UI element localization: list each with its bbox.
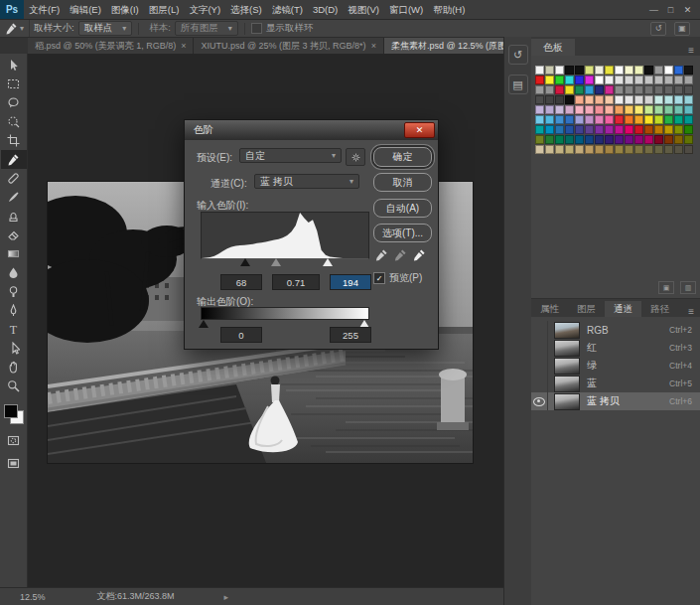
input-gamma-field[interactable]: 0.71 bbox=[272, 274, 320, 290]
swatch[interactable] bbox=[605, 85, 614, 94]
swatch[interactable] bbox=[545, 76, 554, 84]
swatch[interactable] bbox=[634, 85, 643, 94]
swatch[interactable] bbox=[664, 135, 673, 144]
swatch[interactable] bbox=[595, 95, 604, 104]
swatch[interactable] bbox=[575, 105, 584, 114]
swatch[interactable] bbox=[664, 85, 673, 94]
swatch[interactable] bbox=[535, 125, 544, 134]
swatch[interactable] bbox=[605, 135, 614, 144]
menu-item[interactable]: 帮助(H) bbox=[428, 0, 470, 19]
swatch[interactable] bbox=[625, 125, 633, 134]
swatch[interactable] bbox=[545, 95, 554, 104]
menu-item[interactable]: 3D(D) bbox=[308, 0, 343, 19]
swatch[interactable] bbox=[684, 85, 693, 94]
output-black-slider[interactable] bbox=[199, 320, 209, 328]
swatch[interactable] bbox=[555, 66, 564, 75]
swatch[interactable] bbox=[595, 145, 604, 154]
tool-type[interactable]: T bbox=[1, 320, 27, 339]
swatch[interactable] bbox=[575, 125, 584, 134]
tool-healing[interactable] bbox=[1, 169, 27, 188]
swatch[interactable] bbox=[634, 105, 643, 114]
preset-select[interactable]: 自定 ▾ bbox=[239, 148, 342, 163]
tool-lasso[interactable] bbox=[1, 93, 27, 112]
swatch[interactable] bbox=[555, 145, 564, 154]
swatch[interactable] bbox=[664, 105, 673, 114]
tool-hand[interactable] bbox=[1, 358, 27, 377]
menu-item[interactable]: 文字(Y) bbox=[184, 0, 225, 19]
black-point-eyedropper-icon[interactable] bbox=[373, 246, 389, 262]
swatch[interactable] bbox=[535, 115, 544, 124]
menu-item[interactable]: 滤镜(T) bbox=[267, 0, 308, 19]
swatch[interactable] bbox=[575, 95, 584, 104]
swatch[interactable] bbox=[634, 95, 643, 104]
auto-button[interactable]: 自动(A) bbox=[373, 199, 432, 218]
preset-options-button[interactable] bbox=[346, 148, 365, 166]
tool-zoom[interactable] bbox=[1, 377, 27, 395]
cancel-button[interactable]: 取消 bbox=[373, 173, 432, 192]
swatch[interactable] bbox=[605, 76, 614, 84]
swatch[interactable] bbox=[674, 85, 683, 94]
dialog-title-bar[interactable]: 色阶 ✕ bbox=[185, 120, 438, 140]
close-icon[interactable]: ✕ bbox=[404, 122, 435, 138]
swatch[interactable] bbox=[605, 145, 614, 154]
white-point-slider[interactable] bbox=[323, 258, 333, 266]
swatch[interactable] bbox=[684, 115, 693, 124]
swatch[interactable] bbox=[654, 135, 663, 144]
swatch[interactable] bbox=[644, 66, 653, 75]
panel-menu-icon[interactable]: ≡ bbox=[682, 45, 700, 56]
swatch[interactable] bbox=[575, 135, 584, 144]
swatch[interactable] bbox=[674, 66, 683, 75]
tool-eyedropper[interactable] bbox=[1, 150, 27, 169]
channel-row[interactable]: 蓝Ctrl+5 bbox=[531, 375, 700, 392]
swatch[interactable] bbox=[555, 135, 564, 144]
zoom-level-field[interactable]: 12.5% bbox=[20, 592, 46, 602]
menu-item[interactable]: 窗口(W) bbox=[384, 0, 428, 19]
tool-marquee[interactable] bbox=[1, 75, 27, 93]
white-point-eyedropper-icon[interactable] bbox=[411, 246, 427, 262]
swatch[interactable] bbox=[595, 125, 604, 134]
tool-crop[interactable] bbox=[1, 131, 27, 150]
swatch[interactable] bbox=[644, 105, 653, 114]
black-point-slider[interactable] bbox=[240, 258, 250, 266]
channel-row[interactable]: 红Ctrl+3 bbox=[531, 339, 700, 357]
swatch[interactable] bbox=[644, 135, 653, 144]
sample-select[interactable]: 所有图层 ▾ bbox=[175, 21, 238, 36]
swatch[interactable] bbox=[644, 95, 653, 104]
swatch[interactable] bbox=[664, 125, 673, 134]
swatch[interactable] bbox=[674, 135, 683, 144]
swatch[interactable] bbox=[605, 115, 614, 124]
swatch[interactable] bbox=[585, 125, 594, 134]
swatch[interactable] bbox=[684, 95, 693, 104]
swatch[interactable] bbox=[634, 76, 643, 84]
restore-button[interactable]: □ bbox=[662, 5, 679, 15]
trash-icon[interactable]: ▥ bbox=[680, 281, 696, 294]
checkbox-checked-icon[interactable]: ✓ bbox=[373, 272, 385, 284]
swatch[interactable] bbox=[684, 135, 693, 144]
visibility-cell[interactable] bbox=[531, 392, 548, 410]
swatch[interactable] bbox=[625, 105, 633, 114]
actions-panel-icon[interactable]: ▤ bbox=[508, 75, 528, 94]
swatch[interactable] bbox=[605, 66, 614, 75]
swatch[interactable] bbox=[565, 125, 574, 134]
swatch[interactable] bbox=[565, 135, 574, 144]
foreground-color-chip[interactable] bbox=[4, 404, 18, 418]
ok-button[interactable]: 确定 bbox=[373, 147, 432, 167]
swatch[interactable] bbox=[625, 115, 633, 124]
panel-tab[interactable]: 图层 bbox=[568, 301, 605, 317]
swatch[interactable] bbox=[634, 125, 643, 134]
swatch[interactable] bbox=[654, 105, 663, 114]
swatch[interactable] bbox=[605, 125, 614, 134]
swatch[interactable] bbox=[595, 105, 604, 114]
swatch[interactable] bbox=[545, 85, 554, 94]
swatch[interactable] bbox=[654, 66, 663, 75]
gamma-slider[interactable] bbox=[271, 258, 281, 266]
doc-tab[interactable]: XIUTU.psd @ 25% (图层 3 拷贝, RGB/8*)× bbox=[194, 38, 383, 54]
swatch[interactable] bbox=[545, 105, 554, 114]
swatch[interactable] bbox=[595, 76, 604, 84]
tool-path-select[interactable] bbox=[1, 339, 27, 358]
quick-mask-button[interactable] bbox=[1, 431, 27, 450]
swatch[interactable] bbox=[535, 76, 544, 84]
swatch[interactable] bbox=[585, 145, 594, 154]
output-white-field[interactable]: 255 bbox=[330, 327, 371, 343]
swatch[interactable] bbox=[545, 66, 554, 75]
